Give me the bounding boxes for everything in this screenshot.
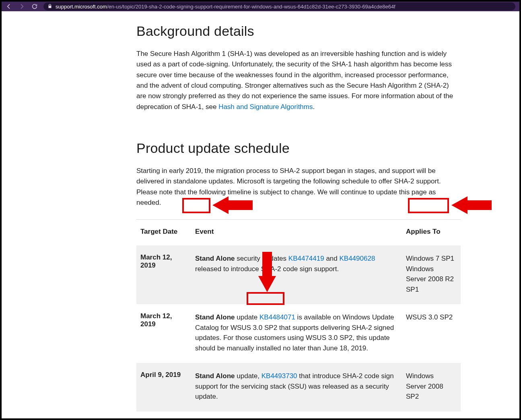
link-kb4490628[interactable]: KB4490628 — [339, 255, 375, 262]
text: Stand Alone — [195, 255, 235, 262]
page-viewport: Background details The Secure Hash Algor… — [2, 11, 519, 418]
cell-applies: Windows — [402, 412, 461, 418]
table-row: March 12, 2019 Stand Alone security upda… — [136, 245, 461, 304]
cell-applies: Windows 7 SP1 Windows Server 2008 R2 SP1 — [402, 245, 461, 304]
browser-window: support.microsoft.com/en-us/topic/2019-s… — [0, 0, 521, 420]
cell-event: Stand Alone update, KB4493730 that intro… — [191, 363, 402, 412]
text: update, — [235, 372, 262, 380]
link-kb4493730[interactable]: KB4493730 — [262, 372, 297, 380]
table-row: April 9, 2019 Stand Alone update, KB4493… — [136, 363, 461, 412]
heading-schedule: Product update schedule — [136, 140, 461, 156]
forward-icon[interactable] — [19, 3, 25, 10]
table-row: May 14, 2019 Stand Alone security update… — [136, 412, 461, 418]
cell-event: Stand Alone security update KB4474419 re… — [191, 412, 402, 418]
text: Stand Alone — [195, 313, 235, 321]
cell-date: March 12, 2019 — [136, 304, 191, 363]
cell-event: Stand Alone update KB4484071 is availabl… — [191, 304, 402, 363]
text: released to introduce SHA-2 code sign su… — [195, 265, 339, 273]
url-text: support.microsoft.com/en-us/topic/2019-s… — [56, 4, 395, 10]
reload-icon[interactable] — [31, 3, 38, 10]
link-kb4474419[interactable]: KB4474419 — [288, 255, 324, 262]
lock-icon — [47, 4, 52, 10]
th-event: Event — [191, 220, 402, 246]
cell-date: April 9, 2019 — [136, 363, 191, 412]
paragraph-schedule: Starting in early 2019, the migration pr… — [136, 166, 461, 208]
cell-date: May 14, 2019 — [136, 412, 191, 418]
text: Stand Alone — [195, 372, 235, 380]
address-bar[interactable]: support.microsoft.com/en-us/topic/2019-s… — [43, 2, 515, 10]
cell-applies: Windows Server 2008 SP2 — [402, 363, 461, 412]
browser-toolbar: support.microsoft.com/en-us/topic/2019-s… — [2, 2, 519, 11]
text: The Secure Hash Algorithm 1 (SHA-1) was … — [136, 50, 453, 111]
text: . — [313, 103, 315, 111]
link-kb4484071[interactable]: KB4484071 — [259, 313, 295, 321]
back-icon[interactable] — [6, 3, 12, 10]
paragraph-background: The Secure Hash Algorithm 1 (SHA-1) was … — [136, 49, 461, 112]
text: and — [324, 255, 340, 262]
schedule-table: Target Date Event Applies To March 12, 2… — [136, 219, 461, 418]
th-applies-to: Applies To — [402, 220, 461, 246]
text: update — [235, 313, 259, 321]
heading-background: Background details — [136, 23, 461, 39]
cell-event: Stand Alone security updates KB4474419 a… — [191, 245, 402, 304]
table-row: March 12, 2019 Stand Alone update KB4484… — [136, 304, 461, 363]
cell-date: March 12, 2019 — [136, 245, 191, 304]
article: Background details The Secure Hash Algor… — [136, 11, 461, 418]
cell-applies: WSUS 3.0 SP2 — [402, 304, 461, 363]
link-hash-signature[interactable]: Hash and Signature Algorithms — [218, 103, 313, 111]
th-target-date: Target Date — [136, 220, 191, 246]
text: security updates — [235, 255, 288, 262]
